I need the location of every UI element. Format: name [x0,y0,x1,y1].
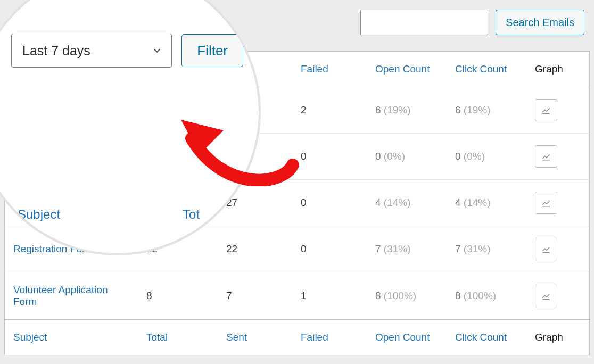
email-log-screenshot: Search Emails nt Failed Open Count Click… [0,0,594,364]
cell-failed: 1 [292,272,367,320]
graph-button[interactable] [535,145,557,168]
col-failed[interactable]: Failed [292,52,367,87]
cell-graph [526,226,590,272]
chevron-down-icon [151,45,163,56]
footer-failed[interactable]: Failed [292,320,367,355]
cell-subject: Volunteer Application Form [5,272,138,320]
graph-button[interactable] [535,238,557,260]
search-bar: Search Emails [360,10,584,35]
cell-open: 8 (100%) [367,272,447,320]
cell-click: 7 (31%) [447,226,526,272]
cell-click: 6 (19%) [447,87,526,134]
search-emails-button[interactable]: Search Emails [496,10,584,35]
filter-button[interactable]: Filter [182,34,243,67]
col-open[interactable]: Open Count [367,52,447,87]
table-footer-row: Subject Total Sent Failed Open Count Cli… [5,320,590,355]
footer-graph: Graph [526,320,590,355]
cell-total: 8 [138,272,218,320]
col-graph: Graph [526,52,590,87]
date-range-selected-label: Last 7 days [22,43,90,59]
cell-graph [526,134,590,180]
cell-click: 4 (14%) [447,180,526,226]
cell-sent: 7 [218,272,292,320]
graph-button[interactable] [535,192,557,214]
cell-open: 6 (19%) [367,87,447,134]
col-click[interactable]: Click Count [447,52,526,87]
cell-click: 8 (100%) [447,272,526,320]
filter-controls: Last 7 days Filter [11,34,243,68]
cell-open: 4 (14%) [367,180,447,226]
cell-failed: 0 [292,180,367,226]
cell-graph [526,272,590,320]
subject-link[interactable]: Volunteer Application Form [13,284,108,307]
magnified-subject-header[interactable]: Subject [18,207,60,222]
footer-total[interactable]: Total [138,320,218,355]
magnified-total-header[interactable]: Tot [183,207,200,222]
cell-graph [526,87,590,134]
footer-click[interactable]: Click Count [447,320,526,355]
cell-graph [526,180,590,226]
search-emails-input[interactable] [360,10,488,35]
cell-failed: 0 [292,134,367,180]
date-range-select[interactable]: Last 7 days [11,34,172,68]
footer-sent[interactable]: Sent [218,320,292,355]
graph-button[interactable] [535,99,557,121]
cell-failed: 2 [292,87,367,134]
cell-sent: 22 [218,226,292,272]
footer-open[interactable]: Open Count [367,320,447,355]
cell-click: 0 (0%) [447,134,526,180]
footer-subject[interactable]: Subject [5,320,138,355]
cell-open: 7 (31%) [367,226,447,272]
cell-open: 0 (0%) [367,134,447,180]
cell-failed: 0 [292,226,367,272]
graph-button[interactable] [535,285,557,307]
magnified-headers: Subject Tot [18,207,200,222]
table-row: Volunteer Application Form8718 (100%)8 (… [5,272,590,320]
